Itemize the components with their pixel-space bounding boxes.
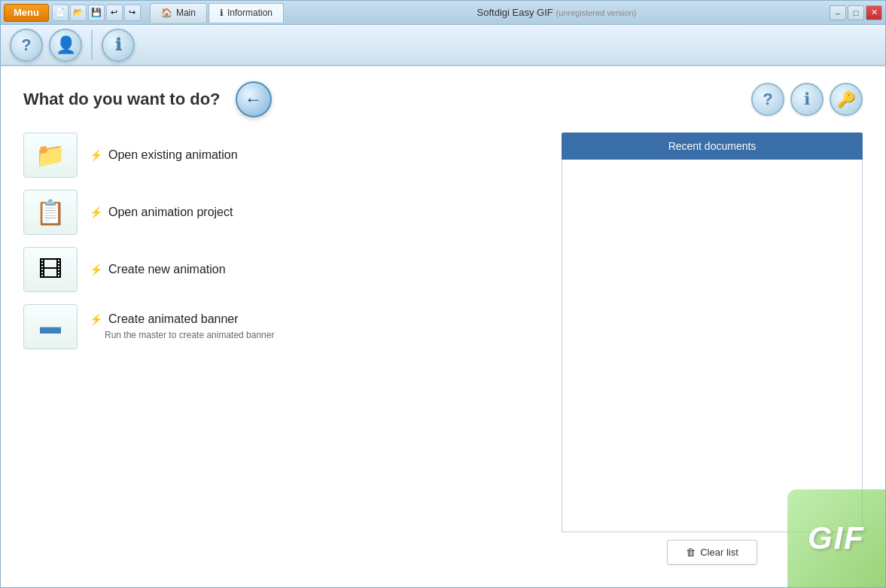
tab-main-label: Main <box>176 8 196 18</box>
titlebar: Menu 📄 📂 💾 ↩ ↪ 🏠 Main ℹ Information <box>1 1 885 25</box>
redo-icon[interactable]: ↪ <box>124 5 141 21</box>
main-tab-icon: 🏠 <box>161 8 172 18</box>
window-title: Softdigi Easy GIF (unregistered version) <box>477 7 637 18</box>
recent-documents-header: Recent documents <box>562 133 863 160</box>
project-icon: 📋 <box>35 198 65 227</box>
toolbar-info-icon: ℹ <box>115 35 121 55</box>
trash-icon: 🗑 <box>686 547 696 558</box>
actions-list: 📁 ⚡ Open existing animation 📋 <box>23 133 539 572</box>
tabs-area: 🏠 Main ℹ Information <box>150 3 284 23</box>
tab-information-label: Information <box>227 8 272 18</box>
toolbar-user-icon: 👤 <box>56 35 76 55</box>
film-icon: 🎞 <box>38 256 62 284</box>
action-open-project[interactable]: 📋 ⚡ Open animation project <box>23 190 539 235</box>
create-banner-text: ⚡ Create animated banner <box>90 312 274 326</box>
bolt-icon-4: ⚡ <box>90 313 102 325</box>
header-info-button[interactable]: ℹ <box>790 83 824 116</box>
create-banner-label: Create animated banner <box>108 312 239 326</box>
main-content: What do you want to do? ← ? ℹ 🔑 <box>1 66 885 587</box>
create-banner-sublabel-wrap: Run the master to create animated banner <box>90 328 274 341</box>
header-help-button[interactable]: ? <box>751 83 784 116</box>
create-banner-icon-box: ▬ <box>23 304 78 349</box>
close-button[interactable]: ✕ <box>866 5 882 20</box>
create-banner-text-group: ⚡ Create animated banner Run the master … <box>90 312 274 341</box>
toolbar-help-icon: ? <box>21 35 31 55</box>
header-right: ? ℹ 🔑 <box>751 83 863 116</box>
header-help-icon: ? <box>763 90 772 109</box>
clear-list-label: Clear list <box>700 547 738 558</box>
window-controls: – □ ✕ <box>830 5 882 20</box>
open-existing-icon-box: 📁 <box>23 133 78 178</box>
bolt-icon-1: ⚡ <box>90 149 102 161</box>
secondary-toolbar: ? 👤 ℹ <box>1 25 885 66</box>
create-banner-sublabel: Run the master to create animated banner <box>105 330 274 340</box>
clear-list-button[interactable]: 🗑 Clear list <box>667 540 757 565</box>
tab-main[interactable]: 🏠 Main <box>150 3 207 23</box>
open-project-label: Open animation project <box>108 206 233 219</box>
open-project-icon-box: 📋 <box>23 190 78 235</box>
create-new-icon-box: 🎞 <box>23 247 78 292</box>
info-tab-icon: ℹ <box>220 8 224 18</box>
menu-button[interactable]: Menu <box>4 4 49 22</box>
toolbar-file-icons: 📄 📂 💾 ↩ ↪ <box>52 5 141 21</box>
header-left: What do you want to do? ← <box>23 81 272 117</box>
save-file-icon[interactable]: 💾 <box>88 5 105 21</box>
action-create-banner[interactable]: ▬ ⚡ Create animated banner Run the maste… <box>23 304 539 349</box>
toolbar-divider <box>91 30 93 60</box>
recent-documents-footer: 🗑 Clear list <box>562 532 863 572</box>
header-key-icon: 🔑 <box>837 90 856 108</box>
toolbar-user-button[interactable]: 👤 <box>49 29 82 62</box>
header-key-button[interactable]: 🔑 <box>830 83 863 116</box>
action-open-existing[interactable]: 📁 ⚡ Open existing animation <box>23 133 539 178</box>
bolt-icon-2: ⚡ <box>90 206 102 218</box>
page-title: What do you want to do? <box>23 90 221 109</box>
open-project-text: ⚡ Open animation project <box>90 206 233 219</box>
tab-information[interactable]: ℹ Information <box>209 3 284 23</box>
new-file-icon[interactable]: 📄 <box>52 5 69 21</box>
minimize-button[interactable]: – <box>830 5 846 20</box>
banner-icon: ▬ <box>40 315 61 339</box>
header-info-icon: ℹ <box>804 90 810 109</box>
open-existing-label: Open existing animation <box>108 148 238 162</box>
recent-documents-list <box>562 160 863 532</box>
open-existing-text: ⚡ Open existing animation <box>90 148 238 162</box>
create-new-label: Create new animation <box>108 263 226 276</box>
back-button[interactable]: ← <box>236 81 272 117</box>
undo-icon[interactable]: ↩ <box>106 5 123 21</box>
content-header: What do you want to do? ← ? ℹ 🔑 <box>23 81 863 117</box>
titlebar-left: Menu 📄 📂 💾 ↩ ↪ 🏠 Main ℹ Information <box>4 3 284 23</box>
maximize-button[interactable]: □ <box>848 5 864 20</box>
toolbar-info-button[interactable]: ℹ <box>102 29 135 62</box>
content-inner: What do you want to do? ← ? ℹ 🔑 <box>1 66 885 587</box>
content-body: 📁 ⚡ Open existing animation 📋 <box>23 133 863 572</box>
back-icon: ← <box>245 89 263 110</box>
toolbar-help-button[interactable]: ? <box>10 29 43 62</box>
folder-icon: 📁 <box>35 141 65 169</box>
open-file-icon[interactable]: 📂 <box>70 5 87 21</box>
create-new-text: ⚡ Create new animation <box>90 263 226 276</box>
main-window: Menu 📄 📂 💾 ↩ ↪ 🏠 Main ℹ Information <box>0 0 886 588</box>
action-create-new[interactable]: 🎞 ⚡ Create new animation <box>23 247 539 292</box>
bolt-icon-3: ⚡ <box>90 264 102 276</box>
recent-documents-panel: Recent documents 🗑 Clear list <box>562 133 863 572</box>
recent-documents-title: Recent documents <box>668 140 757 152</box>
